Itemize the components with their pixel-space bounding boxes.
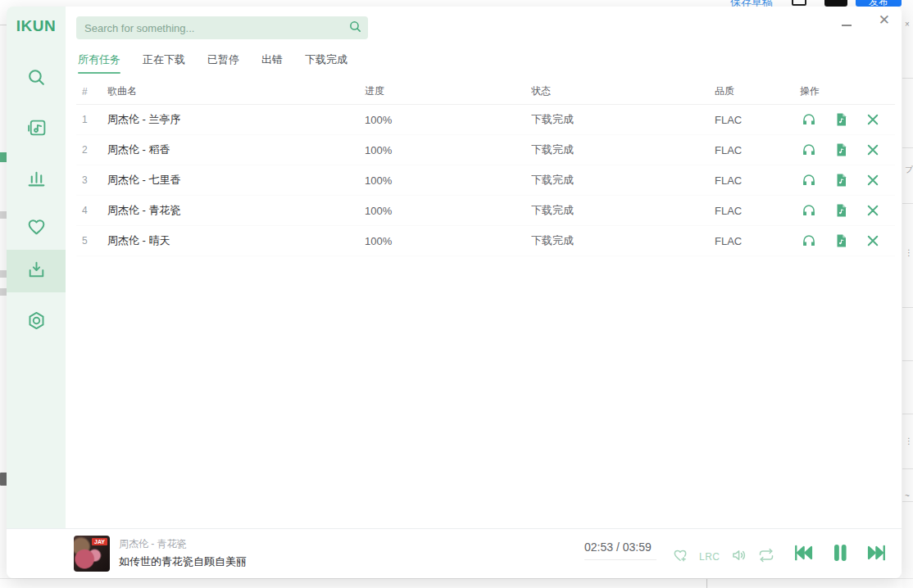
progress-value: 100% (365, 205, 531, 217)
quality-value: FLAC (715, 205, 800, 217)
progress-value: 100% (365, 144, 531, 156)
next-track-button[interactable] (865, 541, 888, 567)
tab-all-tasks[interactable]: 所有任务 (78, 52, 120, 74)
search-input[interactable] (76, 22, 342, 34)
header-song: 歌曲名 (107, 84, 365, 98)
album-badge: JAY (92, 538, 107, 545)
quality-value: FLAC (715, 114, 800, 126)
playback-controls (792, 541, 888, 567)
open-file-button[interactable] (833, 233, 849, 249)
table-row: 2 周杰伦 - 稻香 100% 下载完成 FLAC (76, 135, 895, 165)
header-quality: 品质 (715, 84, 800, 98)
play-preview-button[interactable] (801, 233, 817, 249)
play-preview-button[interactable] (801, 172, 817, 188)
table-row: 4 周杰伦 - 青花瓷 100% 下载完成 FLAC (76, 196, 895, 226)
progress-value: 100% (365, 235, 531, 247)
sidebar: IKUN (7, 7, 66, 578)
player-bar: JAY 周杰伦 - 青花瓷 如传世的青花瓷自顾自美丽 02:53 / 03:59… (7, 528, 902, 578)
secondary-controls: LRC (672, 547, 774, 566)
close-button[interactable]: ✕ (879, 13, 890, 28)
previous-track-button[interactable] (792, 541, 815, 567)
header-index: # (76, 86, 107, 97)
quality-value: FLAC (715, 144, 800, 156)
heart-plus-icon (672, 547, 688, 566)
background-divider (902, 468, 913, 469)
table-row: 1 周杰伦 - 兰亭序 100% 下载完成 FLAC (76, 105, 895, 135)
pause-button[interactable] (829, 541, 852, 567)
open-file-button[interactable] (833, 111, 849, 128)
row-index: 1 (76, 114, 107, 125)
download-table: # 歌曲名 进度 状态 品质 操作 1 周杰伦 - 兰亭序 100% 下载完成 … (76, 79, 895, 256)
delete-task-button[interactable] (865, 142, 881, 158)
open-file-button[interactable] (833, 202, 849, 219)
sidebar-item-charts[interactable] (7, 158, 66, 201)
pause-icon (829, 541, 852, 567)
table-header-row: # 歌曲名 进度 状态 品质 操作 (76, 79, 895, 105)
status-value: 下载完成 (531, 203, 715, 218)
table-row: 3 周杰伦 - 七里香 100% 下载完成 FLAC (76, 165, 895, 196)
previous-icon (792, 541, 815, 567)
sidebar-item-favorites[interactable] (7, 206, 66, 249)
background-glyph: ⋮ (905, 436, 913, 446)
background-divider (902, 360, 913, 361)
progress-bar[interactable] (584, 559, 656, 560)
search-submit-button[interactable] (342, 16, 368, 39)
delete-task-button[interactable] (865, 111, 881, 128)
minimize-icon (842, 25, 852, 26)
background-glyph: ⋮ (905, 248, 913, 257)
album-art: JAY (74, 536, 110, 572)
mobile-preview-icon[interactable] (824, 0, 847, 7)
quality-value: FLAC (715, 235, 800, 247)
music-album-icon (26, 118, 47, 142)
search-bar (76, 16, 368, 39)
now-playing-lyric: 如传世的青花瓷自顾自美丽 (119, 554, 247, 569)
settings-icon (26, 310, 47, 334)
sidebar-item-settings[interactable] (7, 301, 66, 343)
row-index: 5 (76, 235, 107, 247)
background-divider (902, 78, 913, 79)
tab-paused[interactable]: 已暂停 (207, 52, 239, 74)
header-actions: 操作 (800, 84, 895, 98)
search-icon (26, 67, 47, 91)
sidebar-item-search[interactable] (7, 57, 66, 100)
lrc-label: LRC (699, 551, 720, 563)
tab-error[interactable]: 出错 (261, 52, 283, 74)
open-file-button[interactable] (833, 142, 849, 158)
background-glyph: ~ (905, 491, 910, 500)
app-logo: IKUN (7, 17, 66, 35)
open-file-button[interactable] (833, 172, 849, 188)
progress-value: 100% (365, 174, 531, 187)
status-value: 下载完成 (531, 142, 715, 157)
play-preview-button[interactable] (801, 111, 817, 128)
song-name: 周杰伦 - 晴天 (107, 233, 365, 248)
repeat-icon (758, 547, 774, 566)
lyrics-button[interactable]: LRC (699, 551, 720, 563)
status-value: 下载完成 (531, 173, 715, 188)
bar-chart-icon (26, 168, 47, 192)
play-preview-button[interactable] (801, 142, 817, 158)
volume-button[interactable] (731, 547, 747, 566)
progress-value: 100% (365, 114, 531, 126)
favorite-button[interactable] (672, 547, 688, 566)
background-divider (706, 578, 707, 588)
delete-task-button[interactable] (865, 172, 881, 188)
task-tabs: 所有任务 正在下载 已暂停 出错 下载完成 (78, 52, 347, 74)
delete-task-button[interactable] (865, 233, 881, 249)
tab-downloading[interactable]: 正在下载 (143, 52, 185, 74)
volume-icon (731, 547, 747, 566)
background-divider (902, 501, 913, 502)
tab-completed[interactable]: 下载完成 (305, 52, 347, 74)
repeat-mode-button[interactable] (758, 547, 774, 566)
row-index: 3 (76, 174, 107, 186)
background-divider (902, 203, 913, 204)
publish-button[interactable]: 发布 (856, 0, 902, 7)
delete-task-button[interactable] (865, 202, 881, 219)
minimize-button[interactable] (839, 15, 854, 29)
sidebar-item-downloads[interactable] (7, 250, 66, 292)
song-name: 周杰伦 - 青花瓷 (107, 203, 365, 218)
desktop-preview-icon[interactable] (792, 0, 806, 6)
quality-value: FLAC (715, 174, 800, 187)
play-preview-button[interactable] (801, 202, 817, 219)
sidebar-item-music-library[interactable] (7, 108, 66, 151)
background-divider (902, 414, 913, 414)
